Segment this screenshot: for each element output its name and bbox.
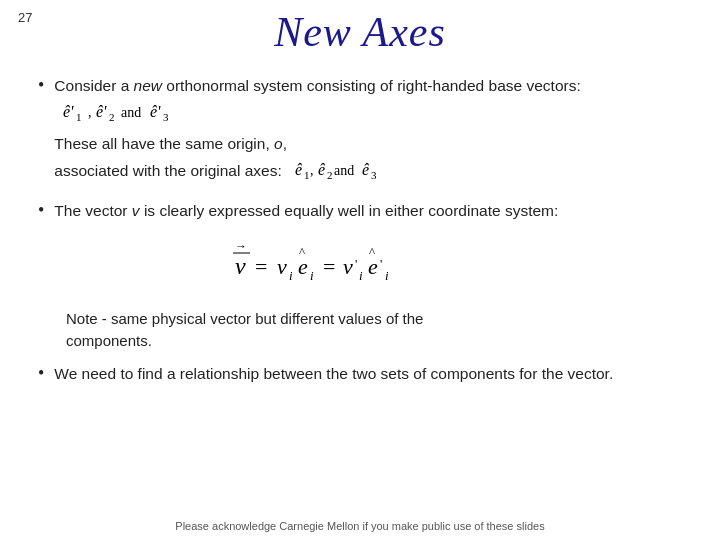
footer: Please acknowledge Carnegie Mellon if yo… bbox=[0, 520, 720, 532]
bullet-1-line3: associated with the original axes: bbox=[54, 162, 281, 179]
slide-content: • Consider a new orthonormal system cons… bbox=[0, 74, 720, 385]
svg-text:i: i bbox=[289, 268, 293, 283]
bullet-1-text: Consider a new orthonormal system consis… bbox=[54, 74, 682, 189]
svg-text:1: 1 bbox=[76, 111, 82, 123]
bullet-1: • Consider a new orthonormal system cons… bbox=[38, 74, 682, 189]
svg-text:v: v bbox=[235, 253, 246, 279]
svg-text:=: = bbox=[323, 254, 335, 279]
svg-text:i: i bbox=[310, 268, 314, 283]
svg-text:ê': ê' bbox=[150, 103, 161, 120]
bullet-1-line2: These all have the same origin, o, bbox=[54, 135, 287, 152]
formula-original-axes: ê 1 , ê 2 and ê 3 bbox=[290, 155, 425, 189]
note-text: Note - same physical vector but differen… bbox=[66, 308, 682, 352]
bullet-1-intro: Consider a bbox=[54, 77, 133, 94]
slide-title: New Axes bbox=[0, 8, 720, 56]
formula-base-vectors: ê' 1 , ê' 2 and ê' 3 bbox=[58, 97, 188, 131]
svg-text:i: i bbox=[385, 268, 389, 283]
svg-text:v: v bbox=[343, 254, 353, 279]
svg-text:i: i bbox=[359, 268, 363, 283]
svg-text:ê': ê' bbox=[63, 103, 74, 120]
bullet-dot-2: • bbox=[38, 200, 44, 221]
svg-text:ê: ê bbox=[295, 161, 303, 178]
svg-text:1: 1 bbox=[304, 169, 310, 181]
svg-text:3: 3 bbox=[163, 111, 169, 123]
svg-text:,: , bbox=[310, 163, 314, 178]
bullet-3: • We need to find a relationship between… bbox=[38, 362, 682, 385]
svg-text:': ' bbox=[355, 256, 357, 271]
bullet-3-text: We need to find a relationship between t… bbox=[54, 362, 613, 385]
svg-text:2: 2 bbox=[327, 169, 333, 181]
svg-text:ê': ê' bbox=[96, 103, 107, 120]
svg-text:and: and bbox=[334, 163, 354, 178]
svg-text:→: → bbox=[235, 239, 247, 253]
svg-text:e: e bbox=[298, 254, 308, 279]
svg-text:3: 3 bbox=[371, 169, 377, 181]
svg-text:=: = bbox=[255, 254, 267, 279]
bullet-dot-3: • bbox=[38, 363, 44, 384]
bullet-1-rest: orthonormal system consisting of right-h… bbox=[162, 77, 581, 94]
svg-text:2: 2 bbox=[109, 111, 115, 123]
svg-text:ê: ê bbox=[318, 161, 326, 178]
svg-text:e: e bbox=[368, 254, 378, 279]
svg-text:and: and bbox=[121, 105, 141, 120]
bullet-dot-1: • bbox=[38, 75, 44, 96]
svg-text:,: , bbox=[88, 105, 92, 120]
svg-text:v: v bbox=[277, 254, 287, 279]
svg-text:ê: ê bbox=[362, 161, 370, 178]
bullet-2: • The vector v is clearly expressed equa… bbox=[38, 199, 682, 222]
main-equation: → v = v i ^ e i = v ' i ^ e ' bbox=[38, 236, 682, 296]
slide-number: 27 bbox=[18, 10, 32, 25]
svg-text:': ' bbox=[380, 256, 382, 271]
bullet-2-text: The vector v is clearly expressed equall… bbox=[54, 199, 558, 222]
bullet-1-new: new bbox=[134, 77, 162, 94]
bullet-2-intro: The vector v is clearly expressed equall… bbox=[54, 202, 558, 219]
